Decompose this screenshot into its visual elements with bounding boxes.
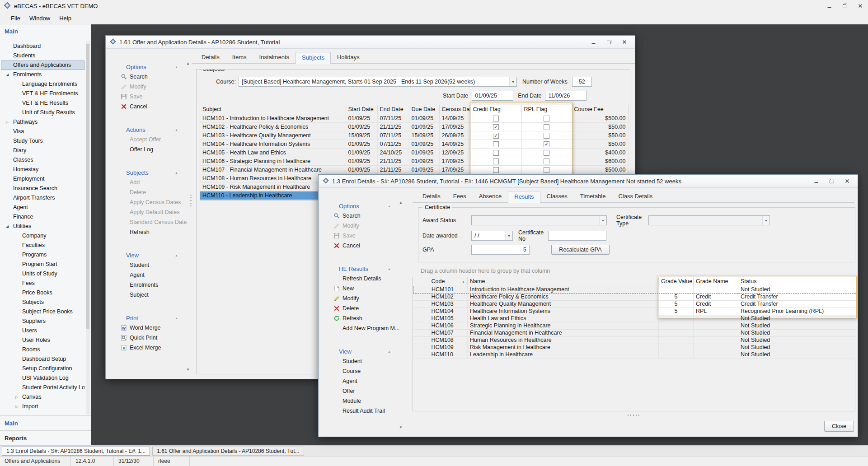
- result-row-hcm101[interactable]: HCM101Introduction to Healthcare Managem…: [413, 286, 856, 293]
- offer-tab-items[interactable]: Items: [226, 51, 253, 63]
- subject-row-hcm104[interactable]: HCM104 - Healthcare Information Systems0…: [200, 140, 628, 148]
- sidebar-item-vet-he-results[interactable]: VET & HE Results: [1, 98, 84, 108]
- enrol-window-restore-button[interactable]: [824, 175, 840, 187]
- enrol-section-view-header[interactable]: View▲: [319, 347, 404, 356]
- status-cell[interactable]: Not Studied: [738, 344, 856, 351]
- rpl-flag-cell[interactable]: [521, 114, 572, 122]
- nav-group-main[interactable]: Main: [0, 415, 91, 430]
- dropdown-arrow-icon[interactable]: ▼: [505, 231, 512, 240]
- code-cell[interactable]: HCM109: [413, 344, 468, 351]
- course-fee-cell[interactable]: $50.00: [572, 122, 628, 131]
- start-date-cell[interactable]: 01/09/25: [346, 165, 377, 174]
- sidebar-item-units-of-study[interactable]: Units of Study: [1, 269, 84, 279]
- status-cell[interactable]: Not Studied: [738, 322, 856, 329]
- credit-flag-checkbox[interactable]: [493, 158, 499, 164]
- offer-item-search[interactable]: Search: [106, 72, 192, 82]
- offer-section-subjects-header[interactable]: Subjects▲: [106, 168, 192, 177]
- offer-window-close-button[interactable]: [617, 36, 632, 48]
- sidebar-scrollbar[interactable]: [86, 41, 90, 415]
- sidebar-item-study-tours[interactable]: Study Tours: [1, 136, 84, 146]
- sidebar-item-user-roles[interactable]: User Roles: [1, 336, 84, 345]
- collapsed-triangle-icon[interactable]: ▷: [6, 117, 9, 127]
- census-date-cell[interactable]: 17/09/25: [439, 157, 470, 165]
- result-row-hcm108[interactable]: HCM108Human Resources in HealthcareNot S…: [413, 336, 856, 344]
- grade-value-cell[interactable]: [659, 351, 694, 358]
- app-minimize-button[interactable]: [822, 0, 837, 12]
- number-of-weeks-field[interactable]: 52: [572, 77, 592, 87]
- due-date-cell[interactable]: 01/09/25: [409, 165, 439, 174]
- sidebar-item-usi-validation-log[interactable]: USI Validation Log: [1, 373, 84, 383]
- name-cell[interactable]: Leadership in Healthcare: [468, 351, 659, 358]
- grade-name-cell[interactable]: [694, 286, 738, 293]
- collapse-chevron-icon[interactable]: ▲: [175, 254, 178, 257]
- credit-flag-checkbox[interactable]: ✓: [493, 124, 499, 130]
- offer-section-view-header[interactable]: View▲: [106, 251, 192, 260]
- enrol-item-module[interactable]: Module: [319, 396, 404, 406]
- enrol-item-cancel[interactable]: Cancel: [319, 241, 404, 251]
- offer-tab-instalments[interactable]: Instalments: [253, 51, 296, 63]
- subject-row-hcm102[interactable]: HCM102 - Healthcare Policy & Economics01…: [200, 122, 628, 131]
- start-date-cell[interactable]: 15/09/25: [346, 131, 377, 140]
- grade-value-cell[interactable]: [659, 329, 694, 336]
- enrol-item-refresh[interactable]: Refresh: [319, 313, 404, 323]
- sidebar-item-finance[interactable]: Finance: [1, 212, 84, 222]
- grade-value-cell[interactable]: [659, 315, 694, 322]
- enrol-window-titlebar[interactable]: 1.3 Enrol Details - S#: AP10286 Student,…: [319, 175, 858, 188]
- sidebar-item-homestay[interactable]: Homestay: [1, 165, 84, 174]
- subject-row-hcm107[interactable]: HCM107 - Financial Management in Healthc…: [200, 165, 628, 174]
- status-cell[interactable]: Credit Transfer: [738, 293, 856, 300]
- sidebar-item-dashboard[interactable]: Dashboard: [1, 42, 84, 51]
- offer-section-options-header[interactable]: Options▲: [106, 62, 192, 72]
- end-date-cell[interactable]: 24/10/25: [377, 148, 409, 157]
- sidebar-item-canvas[interactable]: ▷Canvas: [1, 392, 84, 402]
- sidebar-item-import[interactable]: ▷Import: [1, 402, 84, 411]
- nav-group-reports[interactable]: Reports: [0, 430, 91, 445]
- expanded-triangle-icon[interactable]: ◢: [6, 222, 9, 231]
- app-restore-button[interactable]: [837, 0, 853, 12]
- offer-section-print-header[interactable]: Print▲: [106, 313, 192, 323]
- sidebar-item-agent[interactable]: Agent: [1, 203, 84, 212]
- census-date-cell[interactable]: 14/09/25: [439, 140, 470, 148]
- census-date-cell[interactable]: 17/09/25: [439, 122, 470, 131]
- rpl-flag-cell[interactable]: [521, 148, 572, 157]
- collapse-chevron-icon[interactable]: ▲: [388, 205, 391, 208]
- enrol-tab-class-details[interactable]: Class Details: [612, 191, 659, 202]
- sidebar-item-users[interactable]: Users: [1, 326, 84, 336]
- due-date-cell[interactable]: 01/09/25: [409, 148, 439, 157]
- rpl-flag-cell[interactable]: [521, 122, 572, 131]
- course-fee-cell[interactable]: $600.00: [572, 157, 628, 165]
- panel-scroll-down-icon[interactable]: ▼: [186, 368, 190, 372]
- column-header-credit-flag[interactable]: Credit Flag: [470, 105, 521, 114]
- sidebar-item-enrolments[interactable]: ◢Enrolments: [1, 70, 84, 79]
- code-cell[interactable]: HCM101: [413, 286, 468, 293]
- enrol-item-offer[interactable]: Offer: [319, 386, 404, 396]
- collapse-chevron-icon[interactable]: ▲: [175, 65, 178, 69]
- column-header-due-date[interactable]: Due Date: [409, 105, 439, 114]
- enrol-item-add-new-program-m[interactable]: Add New Program M...: [319, 323, 404, 333]
- status-cell[interactable]: Not Studied: [738, 329, 856, 336]
- sidebar-item-programs[interactable]: Programs: [1, 250, 84, 260]
- column-header-start-date[interactable]: Start Date: [346, 105, 377, 114]
- column-header-course-fee[interactable]: Course Fee: [572, 105, 628, 114]
- offer-item-word-merge[interactable]: WWord Merge: [106, 323, 192, 333]
- panel-scroll-down-icon[interactable]: ▼: [399, 425, 403, 429]
- credit-flag-cell[interactable]: [470, 114, 521, 122]
- credit-flag-checkbox[interactable]: ✓: [493, 133, 499, 139]
- subject-cell[interactable]: HCM107 - Financial Management in Healthc…: [200, 165, 346, 174]
- start-date-field[interactable]: 01/09/25: [472, 91, 513, 101]
- result-row-hcm103[interactable]: HCM103Healthcare Quality Management5Cred…: [413, 300, 856, 308]
- grade-value-cell[interactable]: 5: [659, 293, 694, 300]
- enrol-item-result-audit-trail[interactable]: Result Audit Trail: [319, 406, 404, 416]
- close-button[interactable]: Close: [824, 421, 854, 432]
- grade-name-cell[interactable]: [694, 329, 738, 336]
- credit-flag-checkbox[interactable]: [493, 116, 499, 121]
- sidebar-item-language-enrolments[interactable]: Language Enrolments: [1, 79, 84, 89]
- rpl-flag-cell[interactable]: [521, 165, 572, 174]
- status-cell[interactable]: Recognised Prior Learning (RPL): [738, 308, 856, 315]
- enrol-tab-results[interactable]: Results: [508, 191, 540, 203]
- course-fee-cell[interactable]: $500.00: [572, 114, 628, 122]
- credit-flag-checkbox[interactable]: [493, 167, 499, 173]
- due-date-cell[interactable]: 01/09/25: [409, 157, 439, 165]
- due-date-cell[interactable]: 01/09/25: [409, 140, 439, 148]
- offer-item-subject[interactable]: Subject: [106, 290, 192, 300]
